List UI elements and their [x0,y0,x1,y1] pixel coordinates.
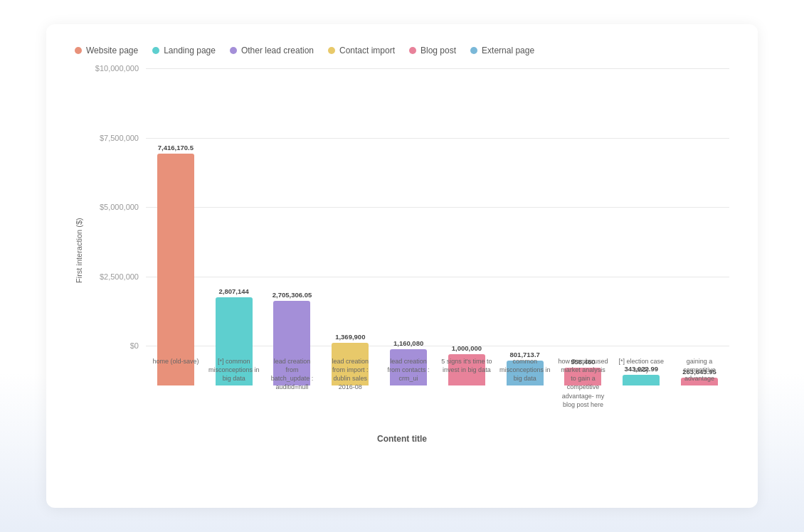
legend-label: Blog post [420,46,456,55]
bar-label: [*] common misconceptions in big data [208,357,260,383]
legend-dot [328,47,335,54]
bar-value: 1,160,080 [393,339,423,347]
x-label-cell: home (old-save) [149,350,203,428]
x-label-cell: lead creation from import : dublin sales… [323,350,377,428]
legend-dot [230,47,237,54]
chart-inner: $10,000,000$7,500,000$5,000,000$2,500,00… [89,73,729,428]
bar-label: how 3 smbs used market analysis to gain … [557,357,608,409]
x-axis-title: Content title [75,434,729,444]
gridline-label: $0 [89,342,139,350]
legend-dot [409,47,416,54]
x-label-cell: [*] election case study [614,350,668,428]
x-label-cell: common misconceptions in big data [498,350,552,428]
x-label-cell: gaining a competitive advantage [672,350,726,428]
y-axis-label: First interaction ($) [75,73,83,428]
bar-group: 801,713.7 [498,73,552,385]
x-label-cell: lead creation from batch_update : auditi… [265,350,319,428]
bar-group: 1,000,000 [440,73,494,385]
chart-container: Website pageLanding pageOther lead creat… [46,24,758,508]
bar-label: gaining a competitive advantage [674,357,725,383]
bar-label: home (old-save) [152,357,199,366]
x-label-cell: lead creation from contacts : crm_ui [381,350,435,428]
bar-label: common misconceptions in big data [499,357,551,383]
legend-item: Other lead creation [230,46,314,55]
legend-dot [152,47,159,54]
legend-item: External page [470,46,534,55]
bar-group: 558,460 [556,73,610,385]
bar-label: [*] election case study [615,357,667,374]
legend-item: Contact import [328,46,395,55]
chart-legend: Website pageLanding pageOther lead creat… [75,46,729,55]
x-label-cell: [*] common misconceptions in big data [207,350,261,428]
gridline-label: $10,000,000 [89,65,139,73]
bar-group: 2,807,144 [207,73,261,385]
bar-label: lead creation from import : dublin sales… [324,357,376,392]
gridline-rule [146,68,729,69]
gridline: $10,000,000 [89,65,729,73]
legend-item: Blog post [409,46,456,55]
legend-label: External page [482,46,534,55]
bar-value: 2,705,306.05 [273,291,312,299]
bar-group: 2,705,306.05 [265,73,319,385]
chart-area: First interaction ($) $10,000,000$7,500,… [75,73,729,428]
legend-label: Other lead creation [241,46,314,55]
legend-item: Website page [75,46,138,55]
x-labels-row: home (old-save)[*] common misconceptions… [146,350,729,428]
bar-value: 1,369,900 [335,333,365,341]
legend-item: Landing page [152,46,216,55]
bar-group: 343,022.99 [614,73,668,385]
gridline-label: $2,500,000 [89,273,139,281]
bar-group: 1,369,900 [323,73,377,385]
bar-label: 5 signs it's time to invest in big data [441,357,492,374]
x-label-cell: how 3 smbs used market analysis to gain … [556,350,610,428]
legend-dot [75,47,82,54]
bar-group: 1,160,080 [381,73,435,385]
bars-section: 7,416,170.52,807,1442,705,306.051,369,90… [146,73,729,385]
legend-label: Website page [86,46,138,55]
bar-group: 263,643.95 [672,73,726,385]
bar-label: lead creation from contacts : crm_ui [383,357,434,383]
legend-label: Contact import [339,46,395,55]
bar-value: 7,416,170.5 [158,144,194,151]
legend-label: Landing page [164,46,216,55]
gridline-label: $5,000,000 [89,203,139,211]
legend-dot [470,47,477,54]
bar-value: 2,807,144 [219,287,249,295]
gridline-label: $7,500,000 [89,134,139,142]
bar-label: lead creation from batch_update : auditi… [266,357,317,392]
bar-group: 7,416,170.5 [149,73,203,385]
x-label-cell: 5 signs it's time to invest in big data [440,350,494,428]
